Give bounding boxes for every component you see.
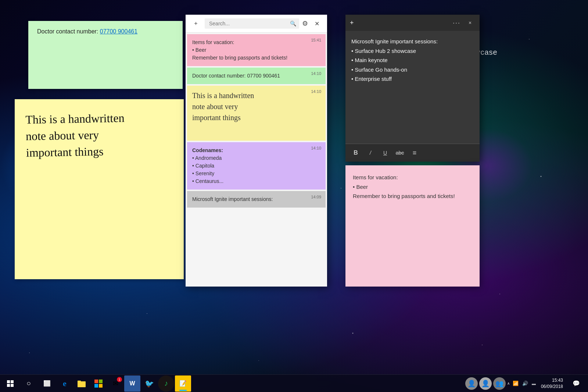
sticky-notes-list: 15:41 Items for vacation: • Beer Remembe… (186, 33, 327, 287)
sticky-note-pink-standalone[interactable]: Items for vacation: • Beer Remember to b… (345, 165, 480, 287)
network-icon[interactable]: 📶 (512, 380, 519, 387)
sticky-dark-menu-button[interactable]: ··· (453, 19, 460, 27)
svg-rect-1 (11, 380, 14, 383)
tray-chevron-icon[interactable]: ∧ (507, 381, 510, 385)
sticky-app-search-input[interactable] (205, 18, 299, 29)
sticky-app-add-button[interactable]: + (190, 18, 202, 29)
svg-rect-3 (11, 384, 14, 387)
taskbar-edge-button[interactable]: e (57, 375, 73, 392)
phone-link[interactable]: 07700 900461 (100, 28, 137, 35)
taskbar-date-display: 06/09/2018 (541, 384, 563, 390)
sticky-list-item-pink[interactable]: 15:41 Items for vacation: • Beer Remembe… (187, 34, 326, 66)
sticky-item-content-2: Doctor contact number: 07700 900461 (192, 72, 320, 80)
italic-button[interactable]: / (365, 147, 376, 159)
sticky-list-item-yellow[interactable]: 14:10 This is a handwrittennote about ve… (187, 86, 326, 141)
svg-rect-8 (94, 384, 98, 388)
sticky-item-time-4: 14:10 (311, 146, 321, 150)
sticky-item-time-3: 14:10 (311, 89, 321, 94)
sticky-list-item-purple[interactable]: 14:10 Codenames: • Andromeda • Capitola … (187, 142, 326, 190)
sticky-dark-content[interactable]: Microsoft Ignite important sessions: • S… (345, 31, 480, 144)
sticky-dark-note: + ··· × Microsoft Ignite important sessi… (345, 15, 480, 162)
bold-button[interactable]: B (350, 147, 362, 159)
sticky-item-content-4: Codenames: • Andromeda • Capitola • Sere… (192, 147, 320, 185)
taskbar-store-button[interactable] (90, 375, 107, 392)
taskbar-twitter-button[interactable]: 🐦 (141, 375, 157, 392)
settings-icon[interactable]: ⚙ (302, 19, 308, 28)
sticky-item-content-3: This is a handwrittennote about veryimpo… (192, 90, 320, 123)
task-view-button[interactable]: ⬜ (38, 375, 56, 392)
sticky-yellow-handwritten: This is a handwrittennote about veryimpo… (22, 105, 177, 165)
svg-rect-2 (7, 384, 10, 387)
sticky-list-item-green[interactable]: 14:10 Doctor contact number: 07700 90046… (187, 68, 326, 84)
sticky-app-header: + 🔍 ⚙ ✕ (186, 15, 327, 33)
sticky-item-time-1: 15:41 (311, 38, 321, 42)
svg-rect-4 (78, 381, 86, 387)
sticky-app-search-container: 🔍 (205, 18, 299, 29)
svg-rect-9 (99, 384, 103, 388)
taskbar-right: 👤 👤 👥 ∧ 📶 🔊 ▬ 15:43 06/09/2018 💬 (465, 375, 588, 392)
user-avatar-1[interactable]: 👤 (465, 377, 478, 390)
sticky-item-content-5: Microsoft Ignite important sessions: (192, 195, 320, 203)
taskbar-left: ○ ⬜ e ✉ 1 W 🐦 (0, 375, 191, 392)
sticky-dark-header: + ··· × (345, 15, 480, 31)
sticky-list-item-gray[interactable]: 14:09 Microsoft Ignite important session… (187, 191, 326, 208)
svg-rect-5 (78, 381, 81, 382)
taskbar-clock[interactable]: 15:43 06/09/2018 (538, 377, 566, 390)
svg-rect-0 (7, 380, 10, 383)
sticky-note-yellow[interactable]: This is a handwrittennote about veryimpo… (15, 99, 184, 279)
cortana-button[interactable]: ○ (20, 375, 37, 392)
user-avatar-3[interactable]: 👥 (493, 377, 506, 390)
svg-rect-7 (99, 380, 103, 383)
strikethrough-button[interactable]: abc (394, 147, 406, 159)
action-center-button[interactable]: 💬 (567, 375, 585, 392)
system-tray: ∧ 📶 🔊 ▬ (507, 380, 537, 387)
email-badge: 1 (117, 377, 122, 382)
volume-icon[interactable]: 🔊 (521, 380, 529, 387)
taskbar: ○ ⬜ e ✉ 1 W 🐦 (0, 374, 588, 392)
svg-rect-6 (94, 380, 98, 383)
sticky-pink-content: Items for vacation: • Beer Remember to b… (353, 173, 472, 201)
battery-icon: ▬ (531, 381, 537, 386)
underline-button[interactable]: U (379, 147, 391, 159)
sticky-app-close-button[interactable]: ✕ (311, 18, 323, 29)
taskbar-word-button[interactable]: W (124, 375, 140, 392)
sticky-dark-toolbar: B / U abc ≡ (345, 144, 480, 162)
taskbar-time-display: 15:43 (541, 377, 563, 384)
taskbar-stickynotes-button[interactable]: 📝 (175, 375, 191, 392)
sticky-green-content: Doctor contact number: 07700 900461 (37, 28, 174, 35)
taskbar-explorer-button[interactable] (74, 375, 90, 392)
sticky-note-green[interactable]: Doctor contact number: 07700 900461 (28, 21, 183, 89)
search-icon[interactable]: 🔍 (290, 21, 296, 26)
taskbar-spotify-button[interactable]: ♪ (158, 375, 174, 392)
sticky-item-time-5: 14:09 (311, 195, 321, 199)
sticky-notes-app: + 🔍 ⚙ ✕ 15:41 Items for vacation: • Beer… (186, 15, 327, 287)
list-button[interactable]: ≡ (409, 147, 420, 159)
sticky-item-time-2: 14:10 (311, 71, 321, 76)
sticky-item-content-1: Items for vacation: • Beer Remember to b… (192, 39, 320, 62)
sticky-dark-add-button[interactable]: + (350, 19, 354, 27)
start-button[interactable] (1, 375, 19, 392)
sticky-dark-close-button[interactable]: × (465, 18, 475, 28)
taskbar-email-button[interactable]: ✉ 1 (107, 375, 123, 392)
user-avatar-2[interactable]: 👤 (479, 377, 492, 390)
